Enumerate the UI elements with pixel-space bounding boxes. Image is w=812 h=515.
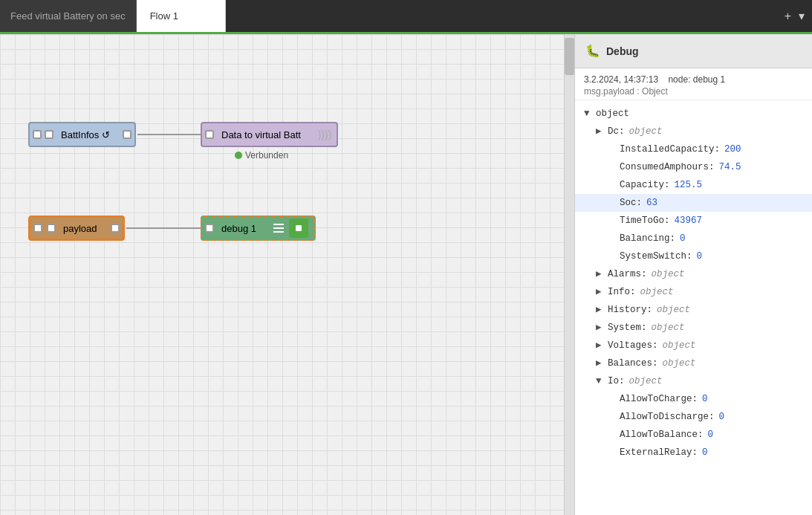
verbunden-label: Verbunden	[245, 150, 288, 161]
tree-item: TimeToGo: 43967	[575, 212, 812, 230]
tree-type: object	[629, 374, 663, 389]
tree-key: Soc:	[620, 195, 642, 210]
tree-item[interactable]: ▶Voltages: object	[575, 337, 812, 354]
tree-type: object	[663, 356, 696, 371]
tree-value: 63	[646, 195, 657, 210]
tree-arrow[interactable]: ▶	[596, 320, 605, 335]
tree-item[interactable]: ▶Info: object	[575, 283, 812, 301]
tree-value: 200	[724, 142, 741, 157]
tree-arrow[interactable]: ▶	[596, 338, 605, 353]
tab-inactive-label: Feed virtual Battery on sec	[10, 10, 126, 22]
tree-key: Info:	[608, 285, 636, 299]
tree-arrow[interactable]: ▶	[596, 124, 605, 139]
tree-item: Soc: 63	[575, 194, 812, 212]
payload-input-port	[33, 224, 42, 233]
canvas-scrollbar[interactable]	[564, 34, 574, 515]
debug1-toggle-button[interactable]	[289, 218, 308, 238]
tree-item: AllowToDischarge: 0	[575, 408, 812, 426]
tree-value: 0	[702, 392, 708, 407]
tree-item: InstalledCapacity: 200	[575, 140, 812, 158]
tree-item[interactable]: ▶History: object	[575, 301, 812, 319]
tree-key: Capacity:	[620, 178, 670, 192]
debug-meta-payload-type: msg.payload : Object	[584, 86, 803, 97]
debug-panel-header: 🐛 Debug	[575, 34, 812, 68]
datavirt-label: Data to virtual Batt	[214, 129, 308, 140]
svg-rect-2	[273, 231, 284, 233]
tree-item[interactable]: ▼object	[575, 105, 812, 123]
battinfos-icon-port	[45, 130, 53, 139]
flow-canvas[interactable]: BattInfos ↺ Data to virtual Batt )))) Ve…	[0, 34, 574, 515]
tree-key: object	[596, 106, 629, 121]
tree-item[interactable]: ▶Balances: object	[575, 354, 812, 372]
datavirt-wave-icon: ))))	[317, 129, 332, 140]
tab-active-label: Flow 1	[150, 10, 178, 22]
tab-controls: + ▾	[785, 9, 812, 23]
tree-type: object	[629, 124, 663, 139]
tree-key: SystemSwitch:	[620, 249, 692, 264]
tree-item: AllowToCharge: 0	[575, 390, 812, 408]
canvas-scroll-thumb[interactable]	[565, 38, 574, 75]
payload-label: payload	[56, 223, 105, 234]
tree-item[interactable]: ▶Dc: object	[575, 123, 812, 140]
tree-key: History:	[608, 302, 652, 317]
tree-value: 0	[708, 427, 714, 442]
tree-key: Alarms:	[608, 267, 647, 282]
node-debug1[interactable]: debug 1	[201, 216, 316, 241]
tree-key: AllowToDischarge:	[620, 409, 715, 424]
tab-inactive[interactable]: Feed virtual Battery on sec	[0, 0, 137, 32]
node-payload[interactable]: payload	[28, 216, 125, 241]
top-bar: Feed virtual Battery on sec Flow 1 + ▾	[0, 0, 812, 34]
debug-tree[interactable]: ▼object▶Dc: objectInstalledCapacity: 200…	[575, 100, 812, 515]
tree-key: TimeToGo:	[620, 213, 670, 228]
tree-type: object	[652, 267, 685, 282]
tree-item[interactable]: ▼Io: object	[575, 372, 812, 390]
verbunden-status: Verbunden	[235, 150, 288, 161]
tree-key: Dc:	[608, 124, 625, 139]
tree-value: 74.5	[719, 160, 741, 175]
tree-item: ConsumedAmphours: 74.5	[575, 158, 812, 176]
tree-arrow[interactable]: ▶	[596, 302, 605, 317]
debug1-input-port	[205, 224, 214, 233]
verbunden-dot	[235, 152, 242, 159]
debug-timestamp: 3.2.2024, 14:37:13	[584, 74, 658, 85]
add-tab-button[interactable]: +	[785, 10, 791, 23]
tree-value: 0	[697, 249, 703, 264]
tab-active[interactable]: Flow 1	[137, 0, 226, 32]
tree-value: 0	[719, 409, 725, 424]
tree-type: object	[652, 320, 685, 335]
debug1-menu-icon[interactable]	[270, 220, 287, 236]
tree-item: ExternalRelay: 0	[575, 444, 812, 461]
datavirt-input-port	[205, 130, 214, 139]
tree-key: Balancing:	[620, 231, 675, 246]
tree-key: AllowToBalance:	[620, 427, 704, 442]
tree-value: 43967	[675, 213, 703, 228]
tree-item[interactable]: ▶System: object	[575, 319, 812, 337]
tree-arrow[interactable]: ▶	[596, 356, 605, 371]
tree-item: Capacity: 125.5	[575, 176, 812, 194]
debug-meta-timestamp-node: 3.2.2024, 14:37:13 node: debug 1	[584, 74, 803, 85]
main-layout: BattInfos ↺ Data to virtual Batt )))) Ve…	[0, 34, 812, 515]
tree-key: System:	[608, 320, 647, 335]
debug-icon: 🐛	[585, 44, 600, 58]
node-datavirt[interactable]: Data to virtual Batt ))))	[201, 122, 338, 147]
svg-rect-3	[296, 225, 302, 231]
flow-connections	[0, 34, 574, 515]
payload-icon-port	[47, 224, 56, 233]
tree-item: SystemSwitch: 0	[575, 247, 812, 265]
tree-item: AllowToBalance: 0	[575, 426, 812, 444]
tree-arrow[interactable]: ▶	[596, 267, 605, 282]
battinfos-input-port	[33, 130, 42, 139]
tab-dropdown-button[interactable]: ▾	[799, 9, 805, 23]
tree-arrow[interactable]: ▼	[584, 106, 593, 121]
tree-type: object	[663, 338, 696, 353]
tree-value: 125.5	[675, 178, 703, 192]
debug-node-name: node: debug 1	[668, 74, 725, 85]
tree-value: 0	[702, 445, 708, 460]
tree-arrow[interactable]: ▼	[596, 374, 605, 389]
debug-meta: 3.2.2024, 14:37:13 node: debug 1 msg.pay…	[575, 68, 812, 100]
tree-type: object	[640, 285, 674, 299]
node-battinfos[interactable]: BattInfos ↺	[28, 122, 136, 147]
svg-rect-0	[273, 224, 284, 225]
tree-item[interactable]: ▶Alarms: object	[575, 265, 812, 283]
tree-arrow[interactable]: ▶	[596, 285, 605, 299]
